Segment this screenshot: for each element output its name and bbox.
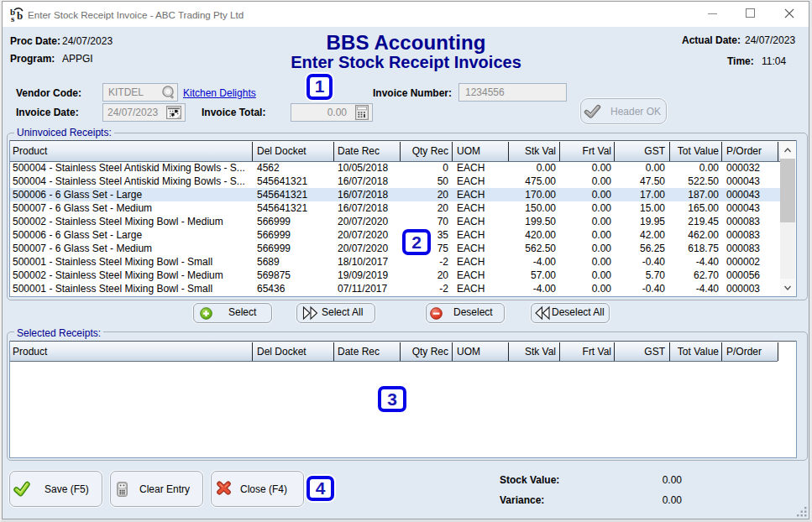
svg-text:s: s (11, 13, 15, 23)
svg-text:b: b (17, 9, 23, 22)
